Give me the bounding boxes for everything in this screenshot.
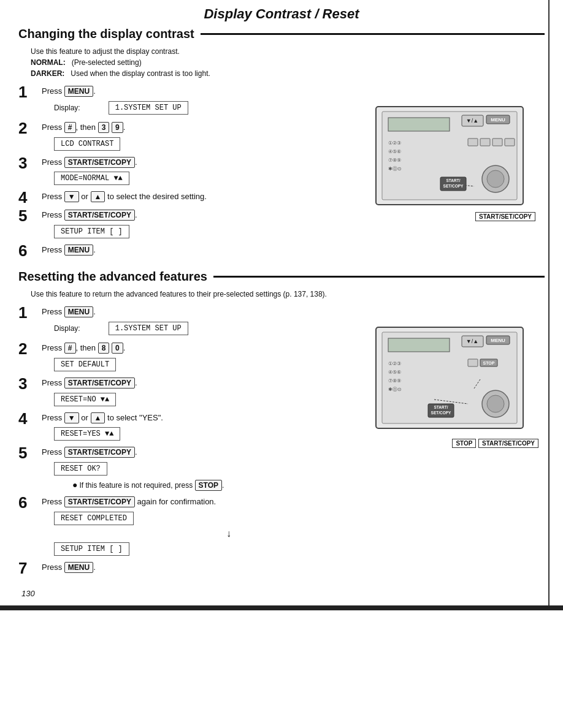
s2-step6: 6 Press START/SET/COPY again for confirm…	[18, 496, 367, 558]
section2-title-line	[213, 276, 545, 278]
s2-step3: 3 Press START/SET/COPY. RESET=NO ▼▲	[18, 377, 367, 408]
section1-title-line	[201, 33, 545, 35]
section1-title: Changing the display contrast	[18, 27, 545, 41]
svg-text:▼/▲: ▼/▲	[466, 118, 478, 124]
s2-step2: 2 Press #, then 8 0. SET DEFAULT	[18, 342, 367, 373]
section2: Resetting the advanced features Use this…	[18, 270, 545, 580]
s2-step5: 5 Press START/SET/COPY. RESET OK? ●If th…	[18, 446, 367, 492]
step3: 3 Press START/SET/COPY. MODE=NORMAL ▼▲	[18, 156, 367, 188]
svg-text:✱⓪⊙: ✱⓪⊙	[388, 387, 402, 392]
svg-text:①②③: ①②③	[388, 361, 401, 366]
step2: 2 Press #, then 3 9. LCD CONTRAST	[18, 121, 367, 153]
section1-layout: 1 Press MENU. Display: 1.SYSTEM SET UP 2…	[18, 85, 545, 262]
s2-display-6b: SETUP ITEM [ ]	[54, 542, 129, 556]
s2-display-6a: RESET COMPLETED	[54, 512, 134, 525]
svg-rect-13	[492, 138, 502, 146]
svg-text:STOP: STOP	[483, 361, 495, 365]
section1: Changing the display contrast Use this f…	[18, 27, 545, 262]
diagram2-col: ▼/▲ MENU ①②③ ④⑤⑥ ⑦⑧⑨ ✱⓪⊙ STOP	[373, 309, 545, 450]
section2-steps: 1 Press MENU. Display: 1.SYSTEM SET UP 2…	[18, 306, 367, 580]
section2-layout: 1 Press MENU. Display: 1.SYSTEM SET UP 2…	[18, 306, 545, 580]
display-box-2: LCD CONTRAST	[54, 137, 120, 151]
page: Display Contrast / Reset Changing the di…	[0, 0, 563, 610]
svg-text:START/: START/	[446, 178, 461, 183]
start-set-copy-label-2: START/SET/COPY	[478, 439, 538, 448]
bottom-bar	[0, 605, 563, 610]
svg-text:④⑤⑥: ④⑤⑥	[388, 370, 401, 375]
svg-text:SET/COPY: SET/COPY	[443, 184, 464, 188]
svg-text:⑦⑧⑨: ⑦⑧⑨	[388, 157, 401, 163]
svg-text:MENU: MENU	[491, 117, 505, 123]
s2-display-5: RESET OK?	[54, 462, 107, 476]
down-arrow-indicator: ↓	[91, 528, 367, 539]
svg-point-36	[487, 395, 504, 412]
step6: 6 Press MENU.	[18, 244, 367, 259]
s2-step1: 1 Press MENU. Display: 1.SYSTEM SET UP	[18, 306, 367, 338]
s2-display-3: RESET=NO ▼▲	[54, 393, 116, 406]
section1-steps: 1 Press MENU. Display: 1.SYSTEM SET UP 2…	[18, 85, 367, 262]
svg-text:✱⓪⊙: ✱⓪⊙	[388, 166, 402, 172]
svg-rect-14	[505, 138, 515, 146]
s2-note: ●If this feature is not required, press …	[72, 480, 367, 490]
svg-text:▼/▲: ▼/▲	[466, 338, 478, 344]
s2-step7: 7 Press MENU.	[18, 561, 367, 576]
display-box-3: MODE=NORMAL ▼▲	[54, 172, 129, 185]
svg-text:START/: START/	[434, 405, 448, 409]
step4: 4 Press ▼ or ▲ to select the desired set…	[18, 191, 367, 205]
svg-text:⑦⑧⑨: ⑦⑧⑨	[388, 378, 401, 384]
vertical-line	[548, 0, 550, 605]
section1-description: Use this feature to adjust the display c…	[31, 46, 545, 79]
s2-display-2: SET DEFAULT	[54, 358, 116, 371]
machine-diagram-1: ▼/▲ MENU ①②③ ④⑤⑥ ⑦⑧⑨ ✱⓪⊙	[373, 88, 532, 211]
svg-rect-32	[468, 359, 478, 366]
section2-title: Resetting the advanced features	[18, 270, 545, 284]
s2-display-1: 1.SYSTEM SET UP	[109, 322, 188, 335]
display-box-1: 1.SYSTEM SET UP	[109, 101, 188, 115]
svg-text:SET/COPY: SET/COPY	[431, 411, 452, 415]
page-title: Display Contrast / Reset	[18, 6, 545, 22]
svg-rect-11	[468, 138, 478, 146]
page-number: 130	[21, 589, 545, 598]
diagram1-col: ▼/▲ MENU ①②③ ④⑤⑥ ⑦⑧⑨ ✱⓪⊙	[373, 88, 545, 222]
svg-text:①②③: ①②③	[388, 140, 401, 146]
svg-text:MENU: MENU	[491, 338, 505, 343]
diagram1-labels: START/SET/COPY	[373, 211, 535, 222]
step1: 1 Press MENU. Display: 1.SYSTEM SET UP	[18, 85, 367, 118]
svg-text:④⑤⑥: ④⑤⑥	[388, 149, 401, 154]
svg-point-16	[487, 170, 504, 188]
svg-rect-12	[480, 138, 490, 146]
s2-step4: 4 Press ▼ or ▲ to select "YES". RESET=YE…	[18, 412, 367, 443]
menu-key: MENU	[64, 86, 93, 97]
section2-description: Use this feature to return the advanced …	[31, 289, 545, 300]
svg-rect-23	[388, 338, 450, 352]
step5: 5 Press START/SET/COPY. SETUP ITEM [ ]	[18, 209, 367, 240]
diagram2-labels: STOP START/SET/COPY	[373, 438, 538, 450]
display-box-5: SETUP ITEM [ ]	[54, 225, 129, 238]
machine-diagram-2: ▼/▲ MENU ①②③ ④⑤⑥ ⑦⑧⑨ ✱⓪⊙ STOP	[373, 309, 532, 438]
s2-display-4: RESET=YES ▼▲	[54, 427, 120, 441]
svg-rect-2	[388, 118, 450, 131]
start-set-copy-label-1: START/SET/COPY	[475, 212, 535, 221]
stop-label: STOP	[452, 439, 476, 448]
